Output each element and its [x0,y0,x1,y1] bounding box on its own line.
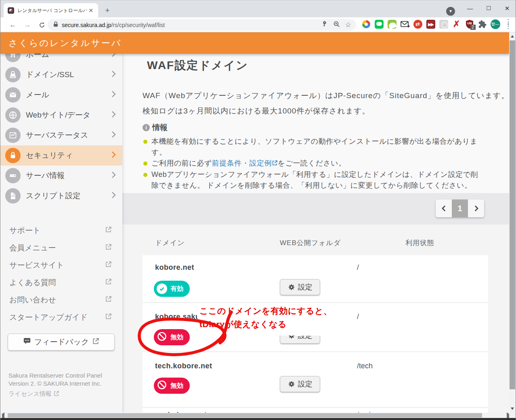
chevron-right-icon [111,191,116,200]
sidebar-link-startup-guide[interactable]: スタートアップガイド [0,309,122,326]
sidebar-item-server-info[interactable]: サーバ情報 [0,166,122,186]
sidebar-item-script-settings[interactable]: </> スクリプト設定 [0,186,122,206]
external-link-icon [105,313,112,321]
horizontal-scroll-thumb[interactable] [8,413,482,418]
domain-name: kobore.saku [155,313,200,321]
browser-toolbar: ← → secure.sakura.ad.jp/rs/cp/security/w… [0,17,516,32]
sidebar-item-website-data[interactable]: Webサイト/データ [0,105,122,125]
forward-icon[interactable]: → [22,19,33,31]
red-circle-extension-icon[interactable]: ⇄ [413,19,423,29]
chrome-update-icon[interactable]: ▼ [446,7,455,16]
sidebar-item-domain-ssl[interactable]: WWW ドメイン/SSL [0,65,122,85]
chevron-right-icon [111,151,116,160]
chevron-right-icon [111,90,116,99]
lock-icon[interactable] [53,21,58,29]
horizontal-scrollbar[interactable] [0,413,516,418]
current-page[interactable]: 1 [452,200,468,217]
window-bottom-border [0,418,516,420]
external-link-icon [105,278,112,287]
feedback-button[interactable]: フィードバック [8,334,115,351]
line-extension-icon[interactable] [374,19,384,29]
address-bar[interactable]: secure.sakura.ad.jp/rs/cp/security/waf/l… [48,19,356,31]
annotation-text-box: ここのドメインを有効にすると、 tDiaryが使えなくなる [197,303,327,336]
sidebar-item-mail[interactable]: メール [0,85,122,105]
security-lock-icon [5,148,21,163]
prerequisites-link[interactable]: 前提条件・設定例 [212,159,272,167]
pagination: 1 [436,200,484,217]
chevron-right-icon [111,131,116,140]
info-bullet: 本機能を有効にすることにより、ソフトウェアの動作やインストールに影響が出る場合が… [143,136,485,158]
external-link-icon [92,338,99,346]
puzzle-extensions-icon[interactable] [477,19,487,29]
app-header: さくらのレンタルサーバ [0,32,510,54]
license-link[interactable]: ライセンス情報 [8,390,59,398]
green-extension-icon[interactable] [387,19,397,29]
gear-icon [288,380,295,388]
status-badge-disabled: 無効 [154,378,190,394]
tab-title: レンタルサーバ コントロールパネル [17,7,87,14]
shield-extension-icon[interactable]: UB 2 [464,19,474,29]
profile-avatar[interactable]: 智— [490,19,500,29]
browser-tab[interactable]: レンタルサーバ コントロールパネル ✕ [4,3,98,18]
next-page-button[interactable] [468,200,484,217]
status-chart-icon [5,128,21,143]
home-icon [5,54,21,62]
sidebar-link-faq[interactable]: よくある質問 [0,274,122,291]
url-text: secure.sakura.ad.jp/rs/cp/security/waf/l… [62,22,321,28]
main-content: WAF設定ドメイン WAF（Webアプリケーションファイアウォール）はJP-Se… [122,54,510,413]
photos-extension-icon[interactable] [361,19,371,29]
prev-page-button[interactable] [436,200,452,217]
sidebar-link-member-menu[interactable]: 会員メニュー [0,239,122,256]
info-bullet: Webアプリケーションファイアウォール「利用する」に設定したドメインは、ドメイン… [143,169,485,191]
external-link-icon [272,158,278,169]
bookmark-star-icon[interactable]: ☆ [345,21,351,29]
prohibition-icon [157,331,167,343]
server-icon [5,168,21,183]
reload-icon[interactable] [36,19,48,31]
globe-icon [5,107,21,123]
back-icon[interactable]: ← [7,19,19,31]
close-button[interactable]: ✕ [498,0,516,17]
browser-window: レンタルサーバ コントロールパネル ✕ + ▼ — ☐ ✕ ← → secure… [0,0,516,420]
sidebar-link-contact[interactable]: お問い合わせ [0,291,122,309]
web-folder: / [357,313,359,321]
vertical-scroll-thumb[interactable] [510,40,515,389]
chevron-right-icon [111,70,116,79]
vertical-scrollbar[interactable] [509,32,516,413]
maximize-button[interactable]: ☐ [479,0,498,17]
script-file-icon: </> [5,188,21,204]
minimize-button[interactable]: — [461,0,479,17]
scroll-down-icon[interactable] [509,405,516,412]
tab-strip: レンタルサーバ コントロールパネル ✕ + ▼ — ☐ ✕ [0,0,516,17]
settings-button[interactable]: 設定 [280,376,320,392]
scroll-up-icon[interactable] [509,33,516,40]
fast-forward-extension-icon[interactable]: ▶▶ [426,19,436,29]
gear-icon [288,284,295,291]
web-folder: / [357,263,359,272]
mail-plus-extension-icon[interactable] [400,19,410,29]
zoom-icon[interactable] [333,21,340,29]
external-link-icon [105,296,112,304]
tab-close-icon[interactable]: ✕ [87,7,95,14]
prohibition-icon [157,380,167,392]
column-header-domain: ドメイン [155,238,185,248]
info-block: i 情報 本機能を有効にすることにより、ソフトウェアの動作やインストールに影響が… [143,122,490,191]
status-badge-enabled: 有効 [154,281,190,297]
sidebar-item-security[interactable]: セキュリティ [0,145,122,166]
sidebar-item-server-status[interactable]: サーバステータス [0,125,122,145]
page-body: ホーム WWW ドメイン/SSL メール [0,54,510,413]
info-heading: 情報 [152,122,168,133]
new-tab-button[interactable]: + [102,5,113,16]
domain-name: kobore.net [155,263,194,272]
red-x-extension-icon[interactable]: ✗ [451,19,461,29]
page-title: WAF設定ドメイン [147,58,248,73]
page-description: WAF（Webアプリケーションファイアウォール）はJP-Secureの「Site… [143,88,509,119]
password-key-icon[interactable] [321,21,328,29]
sidebar-link-service-site[interactable]: サービスサイト [0,256,122,274]
sidebar-item-home[interactable]: ホーム [0,54,122,65]
camera-extension-icon[interactable] [438,19,449,29]
sidebar-link-support[interactable]: サポート [0,222,122,239]
web-folder: /tech [357,362,373,370]
settings-button[interactable]: 設定 [280,279,320,295]
chrome-menu-icon[interactable]: ⋮⋮ [503,19,513,29]
